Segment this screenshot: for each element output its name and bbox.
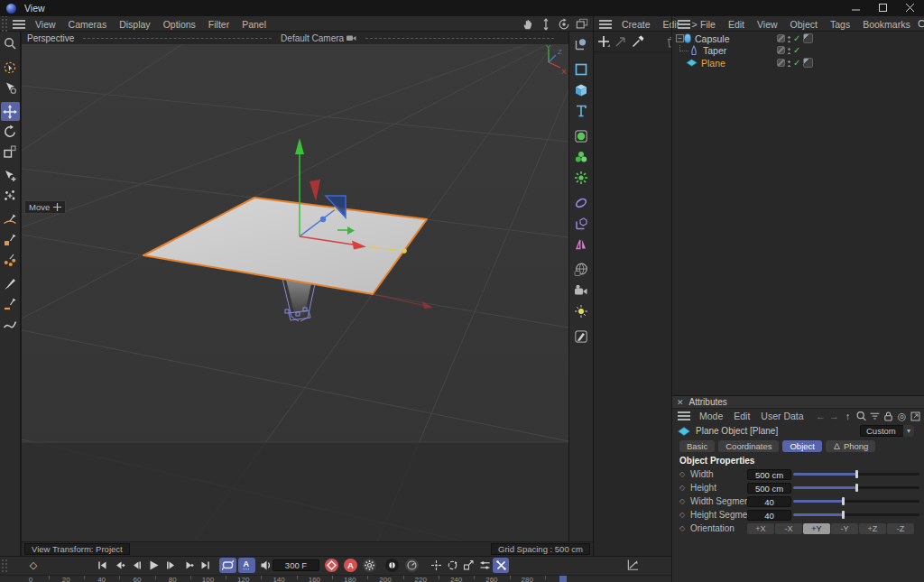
tool-live-selection[interactable] bbox=[1, 58, 20, 77]
tab-coordinates[interactable]: Coordinates bbox=[718, 440, 779, 452]
record-autokey[interactable]: A bbox=[344, 559, 357, 572]
lock-icon[interactable] bbox=[882, 410, 894, 423]
playhead[interactable] bbox=[559, 576, 567, 582]
tool-brush[interactable] bbox=[1, 274, 20, 293]
enabled-check-icon[interactable]: ✓ bbox=[793, 46, 800, 55]
channel-scale[interactable] bbox=[460, 558, 476, 573]
close-icon[interactable]: ✕ bbox=[677, 398, 684, 407]
tool-spline-sketch[interactable] bbox=[1, 314, 20, 333]
property-slider[interactable] bbox=[793, 513, 919, 516]
orientation-plusminus-z[interactable]: +Z bbox=[859, 523, 886, 534]
tool-spline-square[interactable] bbox=[1, 230, 20, 249]
slider-handle[interactable] bbox=[855, 470, 858, 478]
up-icon[interactable]: ↑ bbox=[842, 410, 854, 423]
picker-icon[interactable] bbox=[631, 33, 645, 50]
create-generators[interactable] bbox=[571, 168, 592, 188]
object-manager[interactable]: −Capsule✓Taper✓Plane✓ bbox=[671, 32, 924, 395]
tab-phong[interactable]: Phong bbox=[826, 440, 875, 452]
create-annotation[interactable] bbox=[571, 327, 592, 346]
maximize-button[interactable] bbox=[870, 0, 897, 16]
tool-spline-smooth[interactable] bbox=[1, 210, 20, 229]
channel-parameter[interactable] bbox=[476, 558, 493, 573]
object-row-plane[interactable]: Plane✓ bbox=[672, 57, 924, 69]
create-deformer[interactable] bbox=[571, 193, 592, 213]
object-name[interactable]: Plane bbox=[701, 58, 725, 69]
create-environment[interactable] bbox=[571, 260, 592, 280]
menu-edit[interactable]: Edit bbox=[728, 411, 755, 421]
create-light-object[interactable] bbox=[571, 301, 592, 321]
transport-play[interactable] bbox=[145, 558, 162, 573]
property-value-field[interactable]: 500 cm bbox=[747, 469, 791, 480]
property-slider[interactable] bbox=[793, 500, 919, 503]
popout-icon[interactable] bbox=[910, 410, 921, 423]
link-icon[interactable] bbox=[614, 33, 628, 50]
object-name[interactable]: Taper bbox=[703, 45, 726, 56]
keyable-diamond-icon[interactable]: ◇ bbox=[679, 511, 685, 519]
record-keying-settings[interactable] bbox=[363, 559, 376, 572]
keyable-diamond-icon[interactable]: ◇ bbox=[679, 470, 685, 478]
orbit-icon[interactable] bbox=[557, 17, 571, 31]
create-pen-tool[interactable] bbox=[571, 34, 592, 54]
transport-go-start[interactable] bbox=[94, 558, 111, 573]
property-slider[interactable] bbox=[793, 486, 919, 489]
create-text-object[interactable] bbox=[571, 101, 592, 121]
add-icon[interactable] bbox=[596, 33, 611, 50]
close-button[interactable] bbox=[897, 0, 924, 16]
tab-basic[interactable]: Basic bbox=[679, 440, 715, 452]
hamburger-icon[interactable] bbox=[678, 20, 690, 29]
menu-options[interactable]: Options bbox=[157, 19, 202, 30]
layer-toggle[interactable] bbox=[777, 34, 785, 42]
back-icon[interactable]: ← bbox=[815, 410, 827, 423]
visibility-dots[interactable] bbox=[788, 34, 790, 42]
toggle-autokey-hud[interactable]: A∙∙∙ bbox=[238, 558, 255, 573]
channel-pla[interactable] bbox=[493, 558, 509, 573]
record-objects-button[interactable] bbox=[385, 559, 399, 572]
property-value-field[interactable]: 40 bbox=[747, 496, 791, 507]
tool-cursor-transform[interactable] bbox=[1, 166, 20, 185]
object-row-taper[interactable]: Taper✓ bbox=[672, 45, 924, 58]
visibility-dots[interactable] bbox=[788, 46, 790, 54]
layer-toggle[interactable] bbox=[777, 46, 785, 54]
target-icon[interactable]: ◎ bbox=[896, 410, 908, 423]
orientation-minus-x[interactable]: -X bbox=[775, 523, 802, 534]
record-record-keyframe[interactable] bbox=[325, 559, 338, 572]
menu-edit[interactable]: Edit bbox=[722, 19, 751, 30]
menu-view[interactable]: View bbox=[751, 19, 784, 30]
search-icon[interactable] bbox=[855, 410, 867, 423]
menu-cameras[interactable]: Cameras bbox=[62, 19, 114, 30]
fcurve-editor-button[interactable] bbox=[623, 558, 642, 573]
expander-icon[interactable]: − bbox=[676, 34, 684, 42]
tool-tweak[interactable] bbox=[1, 78, 20, 97]
frame-count-field[interactable]: 300 F bbox=[273, 559, 319, 571]
transport-prev-key[interactable] bbox=[111, 558, 128, 573]
keyframe-selection-button[interactable] bbox=[405, 559, 419, 572]
menu-view[interactable]: View bbox=[29, 19, 62, 30]
create-scene-helper[interactable] bbox=[571, 214, 592, 234]
filter-icon[interactable] bbox=[869, 410, 881, 423]
create-spline-rectangle[interactable] bbox=[571, 60, 592, 79]
tool-spline-line[interactable] bbox=[1, 294, 20, 313]
menu-bookmarks[interactable]: Bookmarks bbox=[856, 19, 917, 30]
phong-tag-icon[interactable] bbox=[803, 58, 813, 68]
menu-tags[interactable]: Tags bbox=[824, 19, 856, 30]
hamburger-icon[interactable] bbox=[599, 20, 612, 29]
object-name[interactable]: Capsule bbox=[695, 33, 730, 44]
tool-move[interactable] bbox=[1, 102, 20, 121]
orientation-minus-z[interactable]: -Z bbox=[887, 523, 914, 534]
menu-object[interactable]: Object bbox=[784, 19, 824, 30]
orientation-minus-y[interactable]: -Y bbox=[831, 523, 858, 534]
create-subdivision-surface[interactable] bbox=[571, 126, 592, 146]
pan-hand-icon[interactable] bbox=[521, 17, 535, 31]
set-keyframe-button[interactable]: ◇ bbox=[22, 558, 45, 573]
hamburger-icon[interactable] bbox=[13, 20, 25, 29]
transport-go-end[interactable] bbox=[197, 558, 214, 573]
tool-magnet[interactable] bbox=[1, 186, 20, 205]
phong-tag-icon[interactable] bbox=[803, 33, 813, 43]
orientation-plusminus-x[interactable]: +X bbox=[747, 523, 774, 534]
menu-create[interactable]: Create bbox=[615, 19, 657, 30]
transport-next-key[interactable] bbox=[180, 558, 197, 573]
transport-prev-frame[interactable] bbox=[128, 558, 145, 573]
menu-display[interactable]: Display bbox=[113, 19, 156, 30]
tool-scale[interactable] bbox=[1, 142, 20, 161]
transport-next-frame[interactable] bbox=[162, 558, 180, 573]
